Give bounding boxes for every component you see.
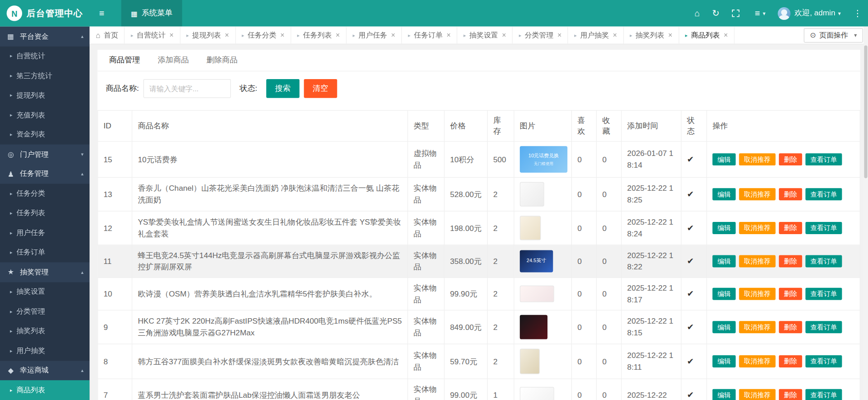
cancel-recommend-button[interactable]: 取消推荐 xyxy=(739,222,776,234)
fullscreen-button[interactable] xyxy=(726,0,745,27)
delete-button[interactable]: 删除 xyxy=(779,321,802,333)
funds-icon: ▦ xyxy=(6,32,15,40)
sidebar-item-funds-list[interactable]: ▸资金列表 xyxy=(0,125,90,144)
close-icon[interactable]: × xyxy=(225,31,229,39)
close-icon[interactable]: × xyxy=(336,31,340,39)
sidebar-item-lottery-management[interactable]: ★抽奖管理▴ xyxy=(0,262,90,282)
close-icon[interactable]: × xyxy=(280,31,284,39)
sidebar-item-platform-funds[interactable]: ▦平台资金▴ xyxy=(0,27,90,46)
cancel-recommend-button[interactable]: 取消推荐 xyxy=(739,153,776,165)
tab-task-category[interactable]: ▸任务分类× xyxy=(236,27,291,44)
view-order-button[interactable]: 查看订单 xyxy=(806,321,842,333)
edit-button[interactable]: 编辑 xyxy=(712,321,736,333)
delete-button[interactable]: 删除 xyxy=(779,153,802,165)
caret-down-icon: ▾ xyxy=(854,32,857,38)
view-order-button[interactable]: 查看订单 xyxy=(806,153,842,165)
sidebar-item-recharge-list[interactable]: ▸充值列表 xyxy=(0,105,90,125)
cell-actions: 编辑取消推荐删除查看订单 xyxy=(707,379,860,400)
tab-lottery-list[interactable]: ▸抽奖列表× xyxy=(624,27,679,44)
sidebar-item-self-stats[interactable]: ▸自营统计 xyxy=(0,46,90,66)
sidebar-item-task-category[interactable]: ▸任务分类 xyxy=(0,184,90,203)
close-icon[interactable]: × xyxy=(502,31,506,39)
edit-button[interactable]: 编辑 xyxy=(712,389,736,400)
tab-user-lottery[interactable]: ▸用户抽奖× xyxy=(568,27,624,44)
sidebar-item-label: 自营统计 xyxy=(16,51,45,61)
page-actions-button[interactable]: ⊙ 页面操作 ▾ xyxy=(804,28,863,42)
close-icon[interactable]: × xyxy=(170,31,174,39)
tab-category-management[interactable]: ▸分类管理× xyxy=(513,27,568,44)
sidebar-collapse-button[interactable]: ≡ xyxy=(90,0,113,27)
delete-button[interactable]: 删除 xyxy=(779,355,802,367)
delete-button[interactable]: 删除 xyxy=(779,389,802,400)
delete-button[interactable]: 删除 xyxy=(779,222,802,234)
view-order-button[interactable]: 查看订单 xyxy=(806,288,842,300)
tab-user-task[interactable]: ▸用户任务× xyxy=(346,27,402,44)
panel-tab-商品管理[interactable]: 商品管理 xyxy=(100,50,149,71)
view-order-button[interactable]: 查看订单 xyxy=(806,355,842,367)
cancel-recommend-button[interactable]: 取消推荐 xyxy=(739,188,776,201)
scrollbar-thumb[interactable] xyxy=(864,45,867,178)
edit-button[interactable]: 编辑 xyxy=(712,288,736,300)
edit-button[interactable]: 编辑 xyxy=(712,188,736,201)
close-icon[interactable]: × xyxy=(447,31,451,39)
close-icon[interactable]: × xyxy=(668,31,672,39)
edit-button[interactable]: 编辑 xyxy=(712,255,736,268)
panel-tab-删除商品[interactable]: 删除商品 xyxy=(198,50,246,71)
sidebar-item-lottery-settings[interactable]: ▸抽奖设置 xyxy=(0,282,90,301)
page-scrollbar[interactable] xyxy=(863,27,868,400)
tab-task-order[interactable]: ▸任务订单× xyxy=(402,27,458,44)
sidebar-item-user-lottery[interactable]: ▸用户抽奖 xyxy=(0,341,90,360)
sidebar-item-withdraw-list[interactable]: ▸提现列表 xyxy=(0,85,90,105)
sidebar-item-third-party-stats[interactable]: ▸第三方统计 xyxy=(0,66,90,85)
sidebar-item-task-management[interactable]: ♟任务管理▴ xyxy=(0,164,90,184)
user-menu[interactable]: 欢迎, admin ▾ xyxy=(772,0,847,27)
close-icon[interactable]: × xyxy=(391,31,395,39)
cancel-recommend-button[interactable]: 取消推荐 xyxy=(739,355,776,367)
cancel-recommend-button[interactable]: 取消推荐 xyxy=(739,288,776,300)
search-button[interactable]: 搜索 xyxy=(266,79,299,98)
sidebar-item-lucky-mall[interactable]: ◆幸运商城▴ xyxy=(0,361,90,380)
close-icon[interactable]: × xyxy=(557,31,561,39)
app-logo[interactable]: N 后台管理中心 xyxy=(0,0,90,27)
tab-home[interactable]: ⌂首页 xyxy=(90,27,125,44)
delete-button[interactable]: 删除 xyxy=(779,188,802,201)
view-order-button[interactable]: 查看订单 xyxy=(806,188,842,201)
cancel-recommend-button[interactable]: 取消推荐 xyxy=(739,389,776,400)
view-order-button[interactable]: 查看订单 xyxy=(806,255,842,268)
sidebar-item-lottery-list[interactable]: ▸抽奖列表 xyxy=(0,321,90,341)
clear-button[interactable]: 清空 xyxy=(304,79,337,98)
tab-lottery-settings[interactable]: ▸抽奖设置× xyxy=(458,27,513,44)
tab-withdraw-list[interactable]: ▸提现列表× xyxy=(180,27,236,44)
welcome-text: 欢迎, admin xyxy=(794,8,835,18)
view-order-button[interactable]: 查看订单 xyxy=(806,389,842,400)
delete-button[interactable]: 删除 xyxy=(779,255,802,268)
more-options-button[interactable]: ⋮ xyxy=(847,0,868,27)
cancel-recommend-button[interactable]: 取消推荐 xyxy=(739,255,776,268)
sidebar-item-portal-management[interactable]: ◎门户管理▾ xyxy=(0,145,90,164)
edit-button[interactable]: 编辑 xyxy=(712,222,736,234)
tab-product-list[interactable]: ▸商品列表× xyxy=(679,27,735,44)
sidebar-item-user-task[interactable]: ▸用户任务 xyxy=(0,223,90,242)
cancel-recommend-button[interactable]: 取消推荐 xyxy=(739,321,776,333)
panel-tab-添加商品[interactable]: 添加商品 xyxy=(149,50,198,71)
nav-dropdown-button[interactable]: ≡ ▾ xyxy=(749,0,772,27)
close-icon[interactable]: × xyxy=(724,31,728,39)
top-menu-system[interactable]: ▦ 系统菜单 xyxy=(122,0,182,27)
caret-right-icon: ▸ xyxy=(10,309,13,314)
edit-button[interactable]: 编辑 xyxy=(712,355,736,367)
close-icon[interactable]: × xyxy=(613,31,617,39)
cell-actions: 编辑取消推荐删除查看订单 xyxy=(707,311,860,344)
sidebar-item-category-management[interactable]: ▸分类管理 xyxy=(0,301,90,321)
delete-button[interactable]: 删除 xyxy=(779,288,802,300)
sidebar-item-product-list[interactable]: ▸商品列表 xyxy=(0,380,90,400)
cell-name: 欧诗漫（OSM）营养美肤透白礼盒洁水乳霜精华5件套护肤美白补水。 xyxy=(132,278,408,310)
product-name-input[interactable] xyxy=(143,79,231,98)
tab-self-stats[interactable]: ▸自营统计× xyxy=(125,27,180,44)
edit-button[interactable]: 编辑 xyxy=(712,153,736,165)
view-order-button[interactable]: 查看订单 xyxy=(806,222,842,234)
refresh-button[interactable]: ↻ xyxy=(706,0,726,27)
sidebar-item-task-order[interactable]: ▸任务订单 xyxy=(0,243,90,262)
tab-task-list[interactable]: ▸任务列表× xyxy=(291,27,347,44)
home-button[interactable]: ⌂ xyxy=(689,0,706,27)
sidebar-item-task-list[interactable]: ▸任务列表 xyxy=(0,203,90,223)
